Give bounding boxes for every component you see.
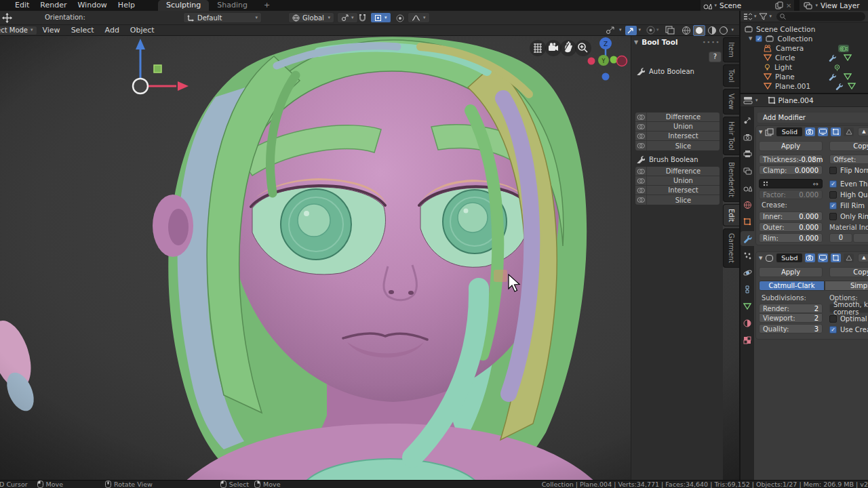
vertex-group-swap-icon[interactable]: ↔ — [813, 180, 818, 188]
brush-union-button[interactable]: Union — [635, 176, 719, 186]
tab-world-properties[interactable] — [741, 197, 754, 212]
brush-difference-button[interactable]: Difference — [635, 167, 719, 176]
render-visibility-toggle[interactable] — [805, 253, 815, 262]
tab-physics-properties[interactable] — [741, 265, 754, 280]
chevron-down-icon[interactable]: ▾ — [619, 28, 622, 33]
tab-texture-properties[interactable] — [741, 333, 754, 348]
camera-data-icon[interactable] — [838, 45, 849, 52]
menu-view[interactable]: View — [37, 25, 66, 35]
filter-icon[interactable] — [759, 13, 768, 20]
render-subdiv-field[interactable]: Render:2 — [759, 304, 823, 313]
tab-particle-properties[interactable] — [741, 248, 754, 263]
cage-toggle[interactable] — [844, 127, 854, 136]
flip-normals-checkbox[interactable] — [829, 167, 837, 174]
factor-field[interactable]: Factor:0.000 — [759, 190, 823, 199]
solidify-copy-button[interactable]: Copy — [829, 141, 868, 151]
outliner-row-plane[interactable]: Plane — [745, 72, 868, 81]
subd-apply-button[interactable]: Apply — [759, 267, 823, 277]
outliner-row-plane-001[interactable]: Plane.001 — [745, 81, 868, 91]
snap-toggle[interactable] — [625, 26, 637, 35]
catmull-clark-button[interactable]: Catmull-Clark — [759, 281, 825, 291]
panel-title[interactable]: Bool Tool — [642, 38, 698, 46]
tab-item[interactable]: Item — [723, 37, 739, 62]
chevron-down-icon[interactable]: ▾ — [731, 28, 734, 33]
menu-edit[interactable]: Edit — [9, 0, 35, 11]
tab-output-properties[interactable] — [741, 146, 754, 161]
view-layer-selector[interactable]: ▾ View Layer — [800, 0, 868, 11]
modifier-name-field[interactable]: Subd — [776, 253, 802, 262]
pivot-point-dropdown[interactable]: ▾ — [337, 12, 358, 23]
tab-view-layer-properties[interactable] — [741, 163, 754, 178]
modifier-extras-button[interactable]: ▲ — [858, 253, 868, 262]
tab-tool[interactable]: Tool — [723, 64, 739, 87]
proportional-icon[interactable] — [646, 26, 655, 35]
transform-orientation-dropdown[interactable]: Global ▾ — [288, 12, 334, 23]
outliner-row-circle[interactable]: Circle — [745, 53, 868, 62]
scene-name[interactable]: Scene — [719, 1, 772, 9]
uv-smooth-dropdown[interactable]: Smooth, keep corners — [829, 304, 868, 313]
offset-field[interactable]: Offset: — [829, 155, 868, 164]
auto-difference-button[interactable]: Difference — [635, 113, 719, 122]
menu-object[interactable]: Object — [125, 25, 160, 35]
crease-rim-field[interactable]: Rim:0.000 — [759, 233, 823, 243]
move-tool-icon[interactable] — [2, 13, 12, 23]
tab-render-properties[interactable] — [741, 129, 754, 144]
viewport-3d[interactable]: Z Y — [0, 36, 739, 480]
auto-intersect-button[interactable]: Intersect — [635, 131, 719, 141]
tab-data-properties[interactable] — [741, 299, 754, 314]
simple-button[interactable]: Simple — [825, 281, 868, 291]
scene-selector[interactable]: ▾ Scene ✕ — [701, 0, 795, 11]
view-layer-name[interactable]: View Layer — [821, 1, 864, 9]
overlays-icon[interactable] — [665, 26, 675, 35]
auto-slice-button[interactable]: Slice — [635, 141, 719, 150]
tab-blenderkit[interactable]: BlenderKit — [723, 157, 739, 202]
add-modifier-button[interactable]: Add Modifier — [757, 112, 868, 123]
search-input[interactable] — [776, 12, 865, 21]
editmode-visibility-toggle[interactable] — [831, 253, 841, 262]
orientation-dropdown[interactable]: Default ▾ — [183, 12, 262, 23]
mesh-data-icon[interactable] — [844, 73, 852, 80]
wireframe-shading-icon[interactable] — [682, 26, 691, 35]
tab-scene-properties[interactable] — [741, 180, 754, 195]
tab-garment[interactable]: Garment — [723, 228, 739, 268]
viewport-visibility-toggle[interactable] — [818, 127, 828, 136]
tab-sculpting[interactable]: Sculpting — [158, 0, 209, 11]
menu-select[interactable]: Select — [66, 25, 100, 35]
render-visibility-toggle[interactable] — [805, 127, 815, 136]
falloff-dropdown[interactable]: ▾ — [408, 12, 430, 23]
fill-rim-checkbox[interactable]: ✓ — [829, 202, 837, 209]
use-creases-checkbox[interactable]: ✓ — [829, 326, 837, 333]
clamp-field[interactable]: Clamp:0.0000 — [759, 165, 823, 175]
modifier-extras-button[interactable]: ▲ — [858, 127, 868, 136]
tab-modifier-properties[interactable] — [741, 231, 754, 246]
menu-window[interactable]: Window — [72, 0, 112, 11]
mio-value-button[interactable]: 0 — [829, 233, 852, 243]
brush-slice-button[interactable]: Slice — [635, 195, 719, 205]
rendered-shading-icon[interactable] — [719, 26, 728, 35]
outliner-row-collection[interactable]: ▼ ✓ Collection — [745, 34, 868, 43]
mode-dropdown[interactable]: Object Mode ▾ — [0, 26, 37, 35]
modifier-wrench-icon[interactable] — [829, 73, 836, 81]
add-workspace-button[interactable]: + — [256, 0, 278, 11]
only-rim-checkbox[interactable] — [829, 213, 837, 220]
collection-checkbox[interactable]: ✓ — [755, 35, 762, 42]
chevron-down-icon[interactable]: ▾ — [770, 14, 772, 19]
thickness-field[interactable]: Thickness:-0.08m — [759, 155, 823, 164]
crease-outer-field[interactable]: Outer:0.000 — [759, 222, 823, 232]
tab-constraint-properties[interactable] — [741, 282, 754, 297]
solidify-apply-button[interactable]: Apply — [759, 141, 823, 151]
tab-edit[interactable]: Edit — [723, 204, 739, 226]
tab-view[interactable]: View — [723, 89, 739, 115]
snap-magnet-icon[interactable] — [358, 14, 367, 22]
outliner-row-scene-collection[interactable]: Scene Collection — [745, 24, 868, 34]
outliner-row-camera[interactable]: Camera — [745, 43, 868, 53]
pivot-point-icon[interactable] — [606, 26, 615, 35]
quality-field[interactable]: Quality:3 — [759, 324, 823, 333]
proportional-editing-icon[interactable] — [396, 14, 404, 22]
light-data-icon[interactable] — [833, 64, 841, 71]
chevron-down-icon[interactable]: ▾ — [656, 28, 659, 33]
menu-help[interactable]: Help — [113, 0, 140, 11]
modifier-wrench-icon[interactable] — [829, 54, 836, 62]
modifier-name-field[interactable]: Solid — [776, 127, 802, 136]
tab-material-properties[interactable] — [741, 316, 754, 331]
